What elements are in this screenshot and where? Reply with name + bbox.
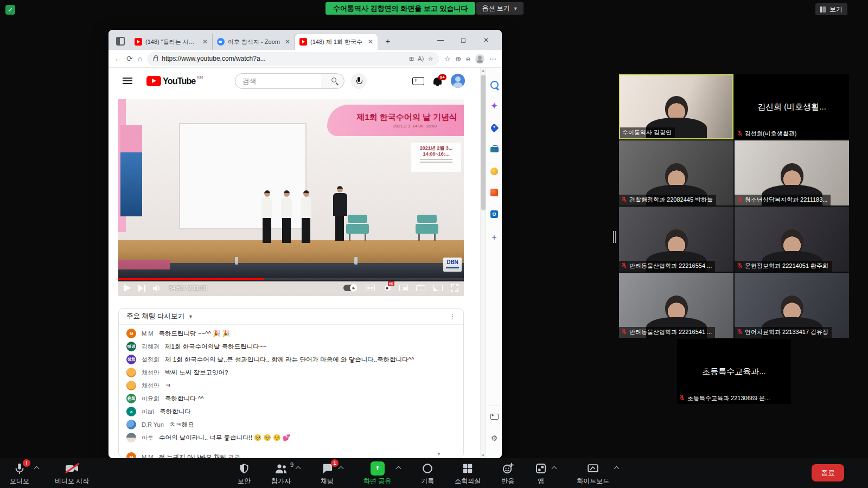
sidebar-toolbox-icon[interactable] xyxy=(489,145,499,155)
chat-header-title[interactable]: 주요 채팅 다시보기 xyxy=(126,312,184,321)
chat-message[interactable]: 채성만ㅋ xyxy=(119,379,463,392)
split-screen-icon[interactable]: ⊞ xyxy=(409,55,414,62)
chevron-up-icon[interactable] xyxy=(614,466,620,472)
subtitles-icon[interactable] xyxy=(366,285,375,291)
toolbar-item-breakout[interactable]: 소회의실 xyxy=(455,461,481,486)
toolbar-item-chat[interactable]: 1채팅 xyxy=(321,461,343,486)
notifications-button[interactable]: 9+ xyxy=(433,78,442,85)
chat-message[interactable]: 아토수어의 날이라니.. 너무 좋습니다!! 🥺 🥺 ☺️ 💕 xyxy=(119,431,463,444)
tab-close-icon[interactable]: ✕ xyxy=(202,38,208,46)
toolbar-item-record[interactable]: 기록 xyxy=(421,461,434,486)
chat-message[interactable]: MM M축하드립니당 ~~^^ 🎉 🎉 xyxy=(119,327,463,340)
share-button[interactable]: 화면 공유 xyxy=(363,461,391,486)
back-icon[interactable]: ← xyxy=(114,54,122,63)
video-button[interactable]: 비디오 시작 xyxy=(55,461,89,486)
security-button[interactable]: 보안 xyxy=(238,461,251,486)
sidebar-copilot-icon[interactable]: ✦ xyxy=(489,101,499,111)
chat-button[interactable]: 1채팅 xyxy=(321,461,334,486)
reactions-button[interactable]: 반응 xyxy=(501,461,514,486)
settings-menu-icon[interactable]: ⋯ xyxy=(489,55,496,63)
sidebar-office-icon[interactable] xyxy=(489,188,499,197)
chat-message[interactable]: 채성만박씨 노씨 잘보고잇어? xyxy=(119,366,463,379)
toolbar-item-apps[interactable]: 앱 xyxy=(535,461,556,486)
chevron-up-icon[interactable] xyxy=(34,466,40,472)
read-aloud-icon[interactable]: A⟩ xyxy=(418,55,424,62)
sidebar-add-icon[interactable]: + xyxy=(489,233,499,242)
add-favorite-icon[interactable]: ☆ xyxy=(428,55,433,62)
chat-message-list[interactable]: MM M축하드립니당 ~~^^ 🎉 🎉혜경김혜경제1회 한국수어의날 축하드립니… xyxy=(119,325,463,458)
toolbar-item-video[interactable]: 비디오 시작 xyxy=(55,461,89,486)
apps-button[interactable]: 앱 xyxy=(535,461,547,486)
participant-tile[interactable]: 김선희 (비호생활...김선희(비호생활관) xyxy=(735,74,849,139)
volume-icon[interactable] xyxy=(153,285,162,292)
next-icon[interactable] xyxy=(138,285,145,292)
view-button[interactable]: 보기 xyxy=(815,3,847,15)
browser-profile-icon[interactable] xyxy=(475,54,484,63)
toolbar-item-audio[interactable]: !오디오 xyxy=(10,461,39,486)
youtube-avatar[interactable] xyxy=(451,74,465,88)
create-video-icon[interactable] xyxy=(412,77,424,85)
scroll-up-icon[interactable]: ▲ xyxy=(481,69,486,72)
sidebar-games-icon[interactable] xyxy=(489,166,499,176)
end-meeting-button[interactable]: 종료 xyxy=(812,464,844,481)
autoplay-toggle[interactable] xyxy=(343,285,358,291)
search-input[interactable] xyxy=(235,73,322,89)
participant-tile[interactable]: 언어치료학과 22133417 김유정 xyxy=(735,273,849,338)
chat-message[interactable]: 정희설정희제 1회 한국수어의 날..큰 성과입니다.. 함께 라는 단어가 마… xyxy=(119,353,463,366)
sidebar-shopping-icon[interactable] xyxy=(489,123,499,133)
participant-tile[interactable]: 경찰행정학과 22082445 박하늘 xyxy=(619,140,733,206)
toolbar-item-reactions[interactable]: 반응 xyxy=(501,461,514,486)
new-tab-button[interactable]: + xyxy=(381,34,395,48)
voice-search-button[interactable] xyxy=(351,73,367,89)
collections-icon[interactable]: ⊕ xyxy=(455,55,461,63)
close-button[interactable]: ✕ xyxy=(475,30,497,50)
chevron-up-icon[interactable] xyxy=(339,466,344,472)
toolbar-item-whiteboard[interactable]: 화이트보드 xyxy=(577,461,618,486)
workspaces-icon[interactable] xyxy=(116,37,125,46)
participant-tile[interactable]: 청소년상담복지학과 2211183... xyxy=(735,140,849,206)
sidebar-settings-icon[interactable]: ⚙ xyxy=(489,433,499,443)
maximize-button[interactable]: ◻ xyxy=(452,30,475,50)
chevron-up-icon[interactable] xyxy=(296,466,301,472)
sidebar-openpanel-icon[interactable] xyxy=(489,412,499,421)
minimize-button[interactable]: — xyxy=(429,30,452,50)
chat-message[interactable]: 윤희이윤희축하합니다 ^^ xyxy=(119,392,463,405)
tab-close-icon[interactable]: ✕ xyxy=(368,38,373,46)
page-scrollbar[interactable]: ▲ ▼ xyxy=(480,68,486,458)
whiteboard-button[interactable]: 화이트보드 xyxy=(577,461,609,486)
toolbar-item-security[interactable]: 보안 xyxy=(238,461,251,486)
url-field[interactable]: https://www.youtube.com/watch?a... ⊞ A⟩ … xyxy=(147,52,439,66)
tab-close-icon[interactable]: ✕ xyxy=(285,38,290,46)
fullscreen-icon[interactable] xyxy=(451,284,458,292)
play-icon[interactable] xyxy=(124,284,131,292)
search-button[interactable] xyxy=(322,73,344,89)
view-options-button[interactable]: 옵션 보기 ▼ xyxy=(476,2,523,15)
chevron-up-icon[interactable] xyxy=(552,466,557,472)
toolbar-item-share[interactable]: 화면 공유 xyxy=(363,461,400,486)
sidebar-outlook-icon[interactable]: O xyxy=(489,209,499,219)
scrollbar-thumb[interactable] xyxy=(481,75,486,210)
chat-scroll-down-icon[interactable]: ▼ xyxy=(437,452,441,457)
participants-button[interactable]: 9참가자 xyxy=(271,461,291,486)
browser-tab[interactable]: (148) "들리는 사람들✕ xyxy=(130,34,213,50)
cast-icon[interactable] xyxy=(433,285,443,291)
browser-tab[interactable]: 이후 참석자 - Zoom✕ xyxy=(213,34,295,50)
chat-message[interactable]: MM M전 누귀지 아나봐요 채팅 ㅋㅋ xyxy=(119,451,463,458)
toolbar-item-participants[interactable]: 9참가자 xyxy=(271,461,300,486)
chat-message[interactable]: D.R Yunㅊㅋ해요 xyxy=(119,418,463,431)
refresh-icon[interactable]: ⟳ xyxy=(126,54,133,63)
participant-tile[interactable]: 초등특수교육과...초등특수교육과 22130669 문... xyxy=(677,339,791,404)
sidebar-search-icon[interactable] xyxy=(489,80,499,89)
participant-tile[interactable]: 수어통역사 김항연 xyxy=(619,74,733,139)
miniplayer-icon[interactable] xyxy=(399,285,408,291)
browser-essentials-icon[interactable]: ℮ xyxy=(466,55,470,63)
scroll-down-icon[interactable]: ▼ xyxy=(481,454,486,457)
favorites-icon[interactable]: ☆ xyxy=(444,55,451,63)
video-player[interactable]: 제1회 한국수어의 날 기념식 2021.2.3. 14:00~16:00 20… xyxy=(118,99,464,296)
url-text[interactable]: https://www.youtube.com/watch?a... xyxy=(162,55,405,62)
panel-resize-handle[interactable] xyxy=(613,231,616,243)
record-button[interactable]: 기록 xyxy=(421,461,434,486)
breakout-button[interactable]: 소회의실 xyxy=(455,461,481,486)
browser-tab[interactable]: (148) 제 1회 한국수✕ xyxy=(295,34,378,50)
participant-tile[interactable]: 반려동물산업학과 22216541 ... xyxy=(619,273,733,338)
